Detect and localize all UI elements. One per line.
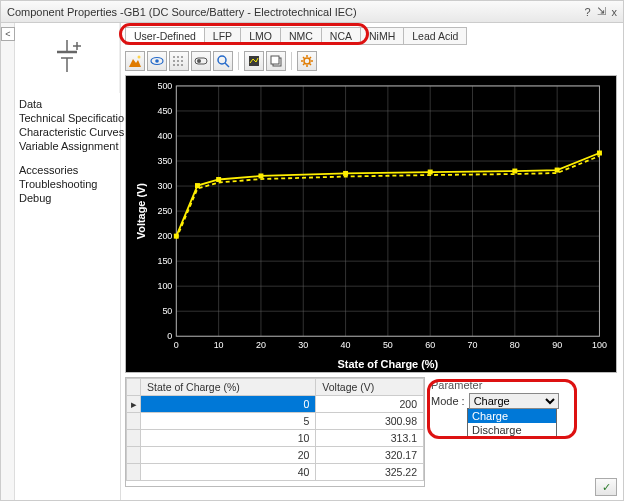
cell-soc[interactable]: 40	[141, 464, 316, 481]
collapse-sidebar-button[interactable]: <	[1, 27, 15, 41]
svg-rect-84	[555, 168, 560, 173]
tab-lead-acid[interactable]: Lead Acid	[403, 27, 467, 45]
tab-user-defined[interactable]: User-Defined	[125, 27, 204, 45]
tab-lmo[interactable]: LMO	[240, 27, 280, 45]
svg-text:0: 0	[174, 340, 179, 350]
col-voltage[interactable]: Voltage (V)	[316, 379, 424, 396]
cell-voltage[interactable]: 313.1	[316, 430, 424, 447]
svg-rect-83	[512, 169, 517, 174]
ok-button[interactable]: ✓	[595, 478, 617, 496]
cell-soc[interactable]: 5	[141, 413, 316, 430]
svg-line-25	[303, 57, 305, 59]
svg-point-20	[304, 58, 310, 64]
cell-soc[interactable]: 0	[141, 396, 316, 413]
window-title: Component Properties -GB1 (DC Source/Bat…	[7, 6, 357, 18]
svg-text:500: 500	[157, 81, 172, 91]
sidebar-item-var-assign[interactable]: Variable Assignment	[19, 139, 116, 153]
svg-line-26	[310, 64, 312, 66]
table-row[interactable]: 5300.98	[127, 413, 424, 430]
cell-voltage[interactable]: 200	[316, 396, 424, 413]
svg-text:60: 60	[425, 340, 435, 350]
grid-dash-icon[interactable]	[169, 51, 189, 71]
cell-voltage[interactable]: 300.98	[316, 413, 424, 430]
svg-rect-80	[258, 173, 263, 178]
svg-text:250: 250	[157, 206, 172, 216]
svg-text:30: 30	[298, 340, 308, 350]
cell-soc[interactable]: 20	[141, 447, 316, 464]
mode-dropdown-list: Charge Discharge	[467, 408, 557, 438]
svg-text:100: 100	[592, 340, 607, 350]
row-indicator	[127, 413, 141, 430]
sidebar-item-data[interactable]: Data	[19, 97, 116, 111]
svg-text:50: 50	[162, 306, 172, 316]
help-icon[interactable]: ?	[584, 6, 590, 18]
close-icon[interactable]: x	[612, 6, 618, 18]
toggle-icon[interactable]	[191, 51, 211, 71]
svg-text:400: 400	[157, 131, 172, 141]
cell-voltage[interactable]: 325.22	[316, 464, 424, 481]
svg-text:State of Charge (%): State of Charge (%)	[338, 358, 439, 370]
svg-line-28	[310, 57, 312, 59]
table-row[interactable]: 40325.22	[127, 464, 424, 481]
svg-rect-85	[597, 151, 602, 156]
svg-text:90: 90	[552, 340, 562, 350]
tab-nca[interactable]: NCA	[321, 27, 360, 45]
svg-text:80: 80	[510, 340, 520, 350]
svg-text:450: 450	[157, 106, 172, 116]
tab-nmc[interactable]: NMC	[280, 27, 321, 45]
row-indicator-header	[127, 379, 141, 396]
svg-text:150: 150	[157, 256, 172, 266]
svg-point-14	[197, 59, 201, 63]
sidebar-item-accessories[interactable]: Accessories	[19, 163, 116, 177]
component-symbol	[15, 23, 120, 93]
mode-option-discharge[interactable]: Discharge	[468, 423, 556, 437]
mountain-icon[interactable]	[125, 51, 145, 71]
cell-soc[interactable]: 10	[141, 430, 316, 447]
row-indicator	[127, 447, 141, 464]
svg-line-27	[303, 64, 305, 66]
mode-label: Mode :	[431, 395, 465, 407]
voltage-chart[interactable]: 0102030405060708090100050100150200250300…	[125, 75, 617, 373]
table-row[interactable]: 20320.17	[127, 447, 424, 464]
svg-line-16	[225, 63, 229, 67]
svg-text:20: 20	[256, 340, 266, 350]
tab-nimh[interactable]: NiMH	[360, 27, 403, 45]
table-row[interactable]: ▸0200	[127, 396, 424, 413]
svg-text:50: 50	[383, 340, 393, 350]
style-icon[interactable]	[244, 51, 264, 71]
pin-icon[interactable]: ⇲	[597, 5, 606, 18]
sidebar-item-curves[interactable]: Characteristic Curves	[19, 125, 116, 139]
battery-type-tabs: User-Defined LFP LMO NMC NCA NiMH Lead A…	[125, 27, 617, 45]
sidebar-item-tech-spec[interactable]: Technical Specifications	[19, 111, 116, 125]
svg-text:100: 100	[157, 281, 172, 291]
row-indicator: ▸	[127, 396, 141, 413]
svg-rect-79	[216, 177, 221, 182]
svg-rect-19	[271, 56, 279, 64]
mode-option-charge[interactable]: Charge	[468, 409, 556, 423]
col-soc[interactable]: State of Charge (%)	[141, 379, 316, 396]
copy-icon[interactable]	[266, 51, 286, 71]
svg-text:Voltage (V): Voltage (V)	[135, 183, 147, 240]
tab-lfp[interactable]: LFP	[204, 27, 240, 45]
svg-text:350: 350	[157, 156, 172, 166]
sidebar-item-troubleshooting[interactable]: Troubleshooting	[19, 177, 116, 191]
data-table[interactable]: State of Charge (%) Voltage (V) ▸0200530…	[125, 377, 425, 487]
mode-select[interactable]: Charge	[469, 393, 559, 409]
svg-rect-81	[343, 171, 348, 176]
row-indicator	[127, 464, 141, 481]
svg-point-7	[138, 56, 141, 59]
zoom-icon[interactable]	[213, 51, 233, 71]
cell-voltage[interactable]: 320.17	[316, 447, 424, 464]
sidebar-item-debug[interactable]: Debug	[19, 191, 116, 205]
table-row[interactable]: 10313.1	[127, 430, 424, 447]
eye-icon[interactable]	[147, 51, 167, 71]
parameter-header: Parameter	[431, 379, 617, 391]
svg-point-9	[155, 59, 159, 63]
svg-point-15	[218, 56, 226, 64]
svg-text:300: 300	[157, 181, 172, 191]
svg-rect-82	[428, 170, 433, 175]
row-indicator	[127, 430, 141, 447]
svg-text:70: 70	[468, 340, 478, 350]
svg-marker-6	[129, 59, 141, 67]
gear-icon[interactable]	[297, 51, 317, 71]
